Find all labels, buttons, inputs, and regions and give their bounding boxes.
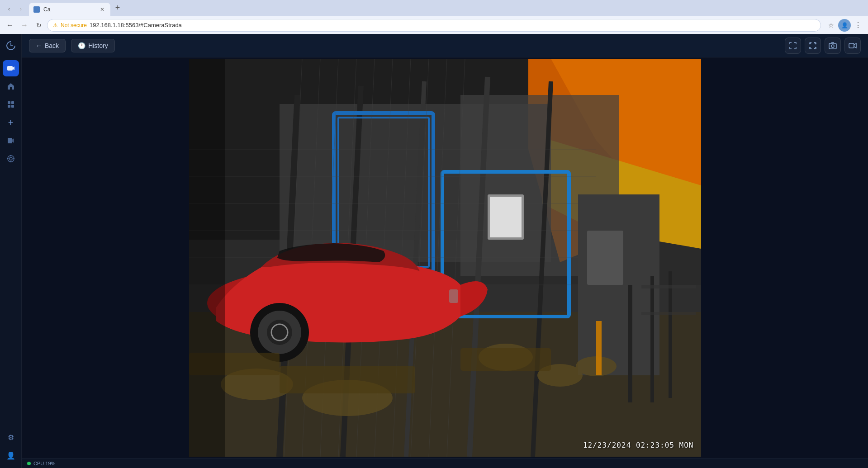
svg-rect-0: [7, 66, 13, 71]
toolbar-right: ☆ 👤 ⋮: [825, 19, 864, 32]
cpu-indicator-dot: [27, 462, 31, 465]
history-clock-icon: 🕐: [78, 42, 85, 49]
svg-rect-2: [11, 101, 14, 104]
address-bar[interactable]: ⚠ Not secure 192.168.1.18:5563/#CameraSt…: [47, 19, 821, 32]
back-arrow-icon: ←: [36, 42, 42, 49]
back-button[interactable]: ← Back: [29, 39, 66, 52]
address-text: 192.168.1.18:5563/#CameraStrada: [90, 22, 182, 28]
svg-rect-68: [650, 276, 654, 402]
tab-close-icon[interactable]: ✕: [99, 6, 106, 13]
sidebar-item-add[interactable]: +: [3, 114, 19, 131]
camera-topbar: ← Back 🕐 History: [22, 34, 868, 57]
timestamp-overlay: 12/23/2024 02:23:05 MON: [583, 441, 694, 449]
bookmark-button[interactable]: ☆: [825, 19, 837, 32]
svg-rect-57: [490, 197, 522, 237]
svg-point-6: [8, 156, 14, 162]
camera-scene-svg: [189, 59, 701, 457]
nav-back-button[interactable]: ←: [4, 19, 16, 32]
svg-rect-3: [8, 105, 10, 108]
profile-button[interactable]: 👤: [838, 19, 851, 32]
sidebar: + ⚙ 👤: [0, 34, 22, 468]
sidebar-item-target[interactable]: [3, 151, 19, 167]
tab-back-nav[interactable]: ‹ ›: [4, 4, 26, 16]
app-logo: [4, 38, 18, 53]
back-label: Back: [45, 42, 59, 49]
svg-rect-5: [8, 138, 12, 143]
cpu-label: CPU 19%: [33, 461, 55, 466]
browser-chrome: ‹ › Ca ✕ + ← → ↻ ⚠ Not secure 192.168.1.…: [0, 0, 868, 34]
topbar-controls: [785, 38, 861, 54]
snapshot-button[interactable]: [825, 38, 841, 54]
sidebar-item-settings[interactable]: ⚙: [3, 429, 19, 445]
svg-rect-64: [280, 366, 415, 393]
svg-rect-14: [849, 43, 854, 48]
svg-rect-55: [587, 231, 623, 285]
fullscreen-button[interactable]: [785, 38, 801, 54]
svg-rect-12: [829, 43, 836, 49]
status-bar: CPU 19%: [22, 458, 868, 468]
svg-rect-53: [449, 289, 458, 303]
svg-rect-4: [11, 105, 14, 108]
security-label: Not secure: [61, 22, 87, 28]
tab-favicon: [33, 6, 40, 13]
fit-button[interactable]: [805, 38, 821, 54]
camera-feed: 12/23/2024 02:23:05 MON: [189, 59, 701, 457]
timestamp-text: 12/23/2024 02:23:05 MON: [583, 441, 694, 449]
tab-title: Ca: [43, 6, 50, 13]
camera-feed-container: 12/23/2024 02:23:05 MON: [22, 57, 868, 458]
svg-rect-67: [628, 285, 632, 402]
sidebar-item-camera[interactable]: [3, 60, 19, 76]
menu-button[interactable]: ⋮: [852, 19, 864, 32]
browser-toolbar: ← → ↻ ⚠ Not secure 192.168.1.18:5563/#Ca…: [0, 16, 868, 34]
svg-rect-1: [8, 101, 10, 104]
sidebar-item-home[interactable]: [3, 78, 19, 95]
active-tab[interactable]: Ca ✕: [29, 3, 110, 16]
main-content: ← Back 🕐 History: [22, 34, 868, 468]
sidebar-item-record[interactable]: [3, 132, 19, 149]
svg-rect-65: [460, 348, 551, 371]
new-tab-button[interactable]: +: [111, 1, 124, 14]
svg-rect-70: [641, 285, 696, 288]
svg-rect-69: [669, 271, 672, 398]
tab-nav-back[interactable]: ‹: [4, 4, 14, 14]
nav-forward-button[interactable]: →: [18, 19, 31, 32]
security-warning-icon: ⚠: [53, 22, 58, 28]
sidebar-item-user[interactable]: 👤: [3, 447, 19, 463]
history-button[interactable]: 🕐 History: [71, 39, 115, 52]
svg-point-51: [267, 320, 292, 345]
tab-bar: ‹ › Ca ✕ +: [0, 0, 868, 16]
svg-point-7: [9, 157, 12, 160]
svg-rect-72: [596, 321, 602, 375]
nav-reload-button[interactable]: ↻: [33, 19, 45, 32]
record-button[interactable]: [844, 38, 861, 54]
tab-nav-forward[interactable]: ›: [15, 4, 26, 14]
history-label: History: [88, 42, 108, 49]
sidebar-item-grid[interactable]: [3, 96, 19, 113]
svg-point-13: [831, 45, 834, 47]
app-container: + ⚙ 👤: [0, 34, 868, 468]
svg-rect-66: [189, 59, 225, 457]
svg-rect-71: [641, 312, 696, 315]
